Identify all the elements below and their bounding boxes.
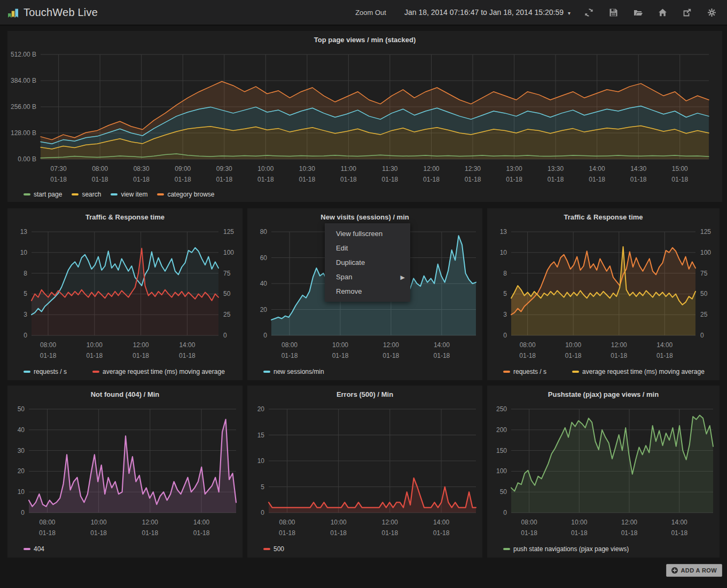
time-range-picker[interactable]: Jan 18, 2014 07:16:47 to Jan 18, 2014 15… xyxy=(404,8,570,17)
menu-item-edit[interactable]: Edit xyxy=(325,241,410,255)
zoom-out-button[interactable]: Zoom Out xyxy=(355,9,386,17)
svg-text:01-18: 01-18 xyxy=(671,176,688,183)
chart-canvas: 0.00 B128.00 B256.00 B384.00 B512.00 B07… xyxy=(7,47,722,187)
chart-errors-500[interactable]: 0510152008:0001-1810:0001-1812:0001-1814… xyxy=(247,402,482,542)
panel-title[interactable]: Errors (500) / Min xyxy=(247,386,482,402)
svg-text:01-18: 01-18 xyxy=(465,176,481,183)
legend-item-average-request-time-ms-moving-average[interactable]: average request time (ms) moving average xyxy=(92,368,225,375)
legend-item-requests-s[interactable]: requests / s xyxy=(503,368,546,375)
svg-text:01-18: 01-18 xyxy=(656,352,673,359)
svg-text:10: 10 xyxy=(20,249,28,256)
svg-text:01-18: 01-18 xyxy=(521,529,537,537)
home-icon[interactable] xyxy=(658,8,667,17)
panel-title[interactable]: Traffic & Response time xyxy=(7,208,243,224)
legend-item-new-sessions-min[interactable]: new sessions/min xyxy=(263,368,324,375)
svg-text:75: 75 xyxy=(700,270,708,277)
legend-swatch-icon xyxy=(503,371,510,373)
gear-icon[interactable] xyxy=(707,8,716,17)
svg-text:01-18: 01-18 xyxy=(671,529,687,537)
dashboard: TouchWeb Live Zoom Out Jan 18, 2014 07:1… xyxy=(0,0,727,588)
svg-text:125: 125 xyxy=(223,228,234,236)
chevron-down-icon: ▾ xyxy=(568,10,570,16)
legend-swatch-icon xyxy=(24,548,30,550)
legend-item-average-request-time-ms-moving-average[interactable]: average request time (ms) moving average xyxy=(572,368,705,375)
panel-title[interactable]: Not found (404) / Min xyxy=(7,386,243,402)
legend-swatch-icon xyxy=(72,193,79,195)
svg-text:14:00: 14:00 xyxy=(589,165,605,173)
chart-not-found-404[interactable]: 0102030405008:0001-1810:0001-1812:0001-1… xyxy=(7,402,243,542)
save-icon[interactable] xyxy=(609,8,618,17)
panel-context-menu: View fullscreenEditDuplicateSpan▶Remove xyxy=(325,223,410,302)
svg-text:0.00 B: 0.00 B xyxy=(18,155,36,163)
chart-pjax-page-views[interactable]: 05010015020025008:0001-1810:0001-1812:00… xyxy=(487,402,720,542)
svg-text:0: 0 xyxy=(21,509,25,516)
legend-label: push state navigations (pjax page views) xyxy=(513,545,629,553)
svg-text:12:30: 12:30 xyxy=(465,165,481,173)
svg-text:01-18: 01-18 xyxy=(382,529,398,537)
svg-text:01-18: 01-18 xyxy=(330,529,347,537)
svg-text:01-18: 01-18 xyxy=(433,529,450,537)
svg-text:13:30: 13:30 xyxy=(548,165,564,173)
legend-item-404[interactable]: 404 xyxy=(24,545,44,553)
legend-swatch-icon xyxy=(92,371,99,373)
svg-text:08:00: 08:00 xyxy=(40,341,56,349)
svg-text:01-18: 01-18 xyxy=(382,176,398,183)
app-brand[interactable]: TouchWeb Live xyxy=(7,6,98,19)
legend-item-view-item[interactable]: view item xyxy=(111,191,147,198)
legend-label: average request time (ms) moving average xyxy=(582,368,705,375)
legend-item-requests-s[interactable]: requests / s xyxy=(24,368,67,375)
chart-top-page-views[interactable]: 0.00 B128.00 B256.00 B384.00 B512.00 B07… xyxy=(7,47,722,187)
svg-text:0: 0 xyxy=(261,509,264,516)
svg-text:01-18: 01-18 xyxy=(611,352,627,359)
menu-item-span[interactable]: Span▶ xyxy=(325,270,410,284)
legend-item-500[interactable]: 500 xyxy=(263,545,284,553)
legend-item-category-browse[interactable]: category browse xyxy=(157,191,214,198)
legend-swatch-icon xyxy=(24,193,30,195)
menu-item-view-fullscreen[interactable]: View fullscreen xyxy=(325,226,410,241)
svg-text:08:00: 08:00 xyxy=(282,341,298,349)
svg-text:25: 25 xyxy=(700,311,708,318)
svg-text:01-18: 01-18 xyxy=(565,352,582,359)
refresh-icon[interactable] xyxy=(584,8,593,17)
legend-item-push-state-navigations-pjax-page-views[interactable]: push state navigations (pjax page views) xyxy=(503,545,629,553)
svg-text:01-18: 01-18 xyxy=(92,176,108,183)
panel-title[interactable]: Traffic & Response time xyxy=(487,208,720,224)
svg-text:07:30: 07:30 xyxy=(51,165,67,173)
panel-pjax-page-views: Pushstate (pjax) page views / min 050100… xyxy=(487,386,720,558)
open-folder-icon[interactable] xyxy=(634,8,643,17)
chart-canvas: 0510152008:0001-1810:0001-1812:0001-1814… xyxy=(247,402,482,542)
add-a-row-label: ADD A ROW xyxy=(681,567,717,574)
panel-traffic-response-left: Traffic & Response time 0032555087510100… xyxy=(7,208,243,380)
menu-item-remove[interactable]: Remove xyxy=(325,284,410,299)
legend-label: 404 xyxy=(34,545,44,553)
svg-text:08:00: 08:00 xyxy=(92,165,108,173)
svg-text:01-18: 01-18 xyxy=(50,176,67,183)
svg-text:01-18: 01-18 xyxy=(299,176,315,183)
svg-text:25: 25 xyxy=(223,311,231,318)
svg-text:09:00: 09:00 xyxy=(175,165,191,173)
svg-text:01-18: 01-18 xyxy=(216,176,232,183)
add-a-row-button[interactable]: ADD A ROW xyxy=(666,564,722,577)
svg-text:14:30: 14:30 xyxy=(630,165,646,173)
legend-label: start page xyxy=(34,191,62,198)
share-icon[interactable] xyxy=(683,8,692,17)
panel-title[interactable]: Pushstate (pjax) page views / min xyxy=(487,386,720,402)
panel-title[interactable]: New visits (sessions) / min xyxy=(247,208,482,224)
svg-text:01-18: 01-18 xyxy=(571,529,588,537)
legend-item-search[interactable]: search xyxy=(72,191,101,198)
svg-text:30: 30 xyxy=(18,447,25,454)
svg-text:13: 13 xyxy=(20,228,28,236)
panel-title[interactable]: Top page views / min (stacked) xyxy=(7,31,722,47)
chart-traffic-response-left[interactable]: 00325550875101001312508:0001-1810:0001-1… xyxy=(7,224,243,364)
svg-text:01-18: 01-18 xyxy=(423,176,440,183)
chart-traffic-response-right[interactable]: 00325550875101001312508:0001-1810:0001-1… xyxy=(487,224,720,364)
svg-text:10:00: 10:00 xyxy=(332,341,348,349)
legend-pjax-page-views: push state navigations (pjax page views) xyxy=(487,542,720,556)
legend-traffic-response-right: requests / saverage request time (ms) mo… xyxy=(487,364,720,379)
svg-text:01-18: 01-18 xyxy=(87,352,103,359)
legend-item-start-page[interactable]: start page xyxy=(24,191,62,198)
menu-item-duplicate[interactable]: Duplicate xyxy=(325,255,410,270)
svg-text:50: 50 xyxy=(18,405,25,413)
svg-text:125: 125 xyxy=(700,228,711,236)
svg-text:12:00: 12:00 xyxy=(423,165,439,173)
